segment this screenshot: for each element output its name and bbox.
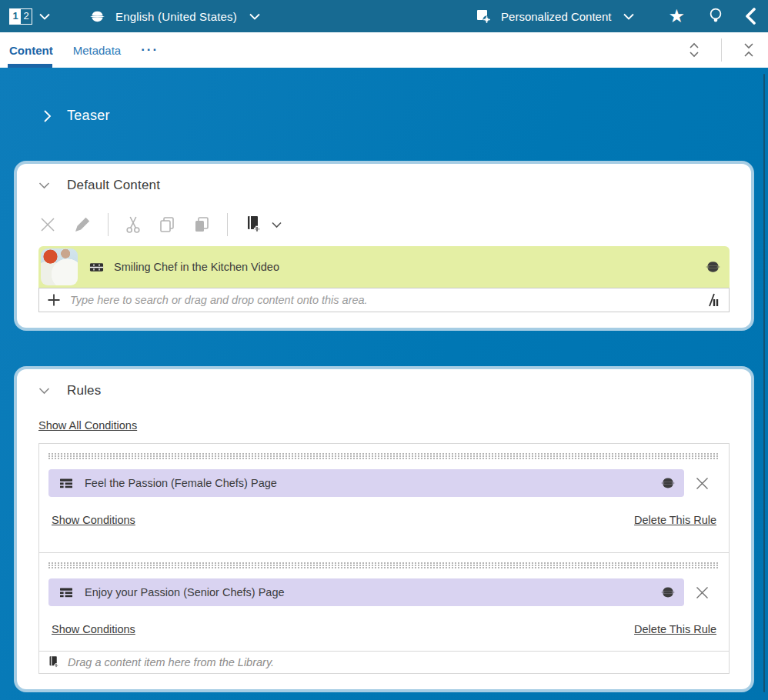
language-dropdown-chevron-icon [249, 13, 260, 20]
close-x-icon [695, 585, 710, 600]
scissors-icon [125, 215, 142, 234]
mode-dropdown-chevron-icon [623, 13, 634, 20]
media-item-row[interactable]: Smiling Chef in the Kitchen Video [38, 246, 730, 288]
remove-rule-target-button[interactable] [684, 585, 720, 600]
favorite-star-button[interactable]: ★ [668, 7, 685, 25]
personalized-content-icon [475, 8, 492, 25]
chevron-right-icon [43, 109, 52, 123]
default-content-header[interactable]: Default Content [38, 178, 730, 193]
rule-drop-area[interactable]: Drag a content item here from the Librar… [39, 651, 729, 673]
delete-rule-link[interactable]: Delete This Rule [634, 623, 716, 635]
globe-icon[interactable] [661, 476, 675, 490]
chevron-down-icon [38, 387, 50, 395]
rules-panel: Rules Show All Conditions [14, 366, 754, 692]
globe-icon [90, 9, 105, 24]
insert-options-chevron-button[interactable] [272, 222, 282, 228]
copy-icon [158, 215, 176, 234]
delete-x-icon [38, 215, 57, 234]
rule-target-pill[interactable]: Enjoy your Passion (Senior Chefs) Page [48, 578, 684, 606]
page-icon [59, 587, 73, 598]
page-icon [59, 478, 73, 489]
chevron-down-icon [38, 182, 50, 189]
default-content-panel: Default Content [14, 161, 754, 331]
collapse-chevrons-icon [742, 41, 756, 59]
tips-lightbulb-button[interactable] [708, 7, 723, 25]
back-button[interactable] [745, 8, 756, 25]
content-mode-selector[interactable]: Personalized Content [475, 8, 634, 25]
close-x-icon [695, 476, 710, 491]
collapse-all-button[interactable] [739, 38, 759, 62]
globe-icon[interactable] [661, 585, 675, 599]
lightbulb-icon [708, 7, 723, 25]
section-teaser-header[interactable]: Teaser [43, 108, 754, 124]
expand-all-button[interactable] [684, 38, 704, 62]
language-selector[interactable]: English (United States) [90, 9, 260, 24]
show-all-conditions-link[interactable]: Show All Conditions [38, 419, 137, 432]
insert-content-button[interactable] [244, 215, 262, 235]
drop-hint-text: Drag a content item here from the Librar… [68, 656, 274, 668]
video-film-icon [89, 260, 104, 275]
rules-title: Rules [67, 383, 101, 398]
content-toolbar [38, 213, 730, 236]
rule-item: Enjoy your Passion (Senior Chefs) Page [39, 552, 729, 651]
tab-metadata[interactable]: Metadata [72, 44, 123, 57]
compare-versions-icon[interactable] [706, 292, 720, 308]
rule-title: Feel the Passion (Female Chefs) Page [85, 477, 277, 489]
rules-header[interactable]: Rules [38, 383, 730, 398]
chevron-down-icon [272, 222, 282, 228]
version-current: 1 [10, 9, 21, 24]
rule-drag-handle[interactable] [48, 453, 720, 459]
version-selector[interactable]: 1 2 [9, 8, 32, 25]
rule-title: Enjoy your Passion (Senior Chefs) Page [85, 586, 285, 598]
pencil-icon [73, 215, 92, 234]
rules-list: Feel the Passion (Female Chefs) Page [38, 443, 730, 674]
tabs-more-button[interactable]: ··· [141, 42, 159, 58]
add-content-book-icon [47, 655, 60, 670]
copy-button[interactable] [158, 215, 176, 234]
tab-content[interactable]: Content [8, 44, 55, 57]
plus-icon [47, 293, 61, 307]
star-icon: ★ [668, 7, 685, 25]
add-content-book-icon [244, 215, 262, 235]
paste-icon [192, 215, 211, 234]
globe-icon[interactable] [706, 260, 720, 275]
rule-item: Feel the Passion (Female Chefs) Page [39, 444, 729, 542]
version-total: 2 [21, 9, 32, 24]
editor-canvas: Teaser Default Content [0, 68, 768, 700]
content-search-row [38, 288, 730, 312]
toolbar-divider [227, 213, 228, 236]
cut-button[interactable] [125, 215, 142, 234]
tab-bar: Content Metadata ··· [0, 32, 768, 68]
rule-drag-handle[interactable] [48, 562, 720, 568]
default-content-title: Default Content [67, 178, 160, 193]
show-conditions-link[interactable]: Show Conditions [52, 623, 135, 635]
expand-chevrons-icon [687, 41, 701, 59]
content-mode-label: Personalized Content [501, 10, 611, 23]
delete-button[interactable] [38, 215, 57, 234]
show-conditions-link[interactable]: Show Conditions [52, 514, 135, 526]
teaser-section-title: Teaser [67, 108, 110, 124]
edit-button[interactable] [73, 215, 92, 234]
tab-toolbar-divider [721, 38, 722, 62]
media-thumbnail [41, 248, 78, 285]
chevron-left-icon [745, 8, 756, 25]
content-search-input[interactable] [70, 294, 706, 306]
toolbar-divider [108, 213, 109, 236]
delete-rule-link[interactable]: Delete This Rule [634, 514, 716, 526]
language-label: English (United States) [115, 10, 237, 23]
media-item-title: Smiling Chef in the Kitchen Video [114, 261, 279, 273]
remove-rule-target-button[interactable] [684, 476, 720, 491]
top-header-bar: 1 2 English (United States) [0, 0, 768, 32]
scrollbar[interactable] [763, 74, 765, 692]
version-dropdown-chevron-icon[interactable] [39, 13, 50, 20]
rule-target-pill[interactable]: Feel the Passion (Female Chefs) Page [48, 469, 684, 497]
paste-button[interactable] [192, 215, 211, 234]
